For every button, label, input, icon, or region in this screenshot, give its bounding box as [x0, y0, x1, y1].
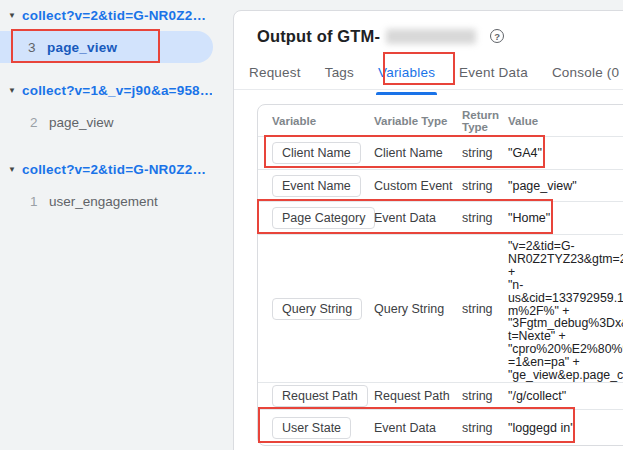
request-sidebar: ▼ collect?v=2&tid=G-NR0Z2… 3 page_view ▼…: [0, 0, 233, 450]
variable-type-cell: Event Data: [374, 211, 462, 225]
value-cell: "loggegd in": [508, 421, 623, 435]
request-url: collect?v=1&_v=j90&a=958…: [22, 83, 212, 98]
variable-type-cell: Custom Event: [374, 179, 462, 193]
tab-console[interactable]: Console (0: [552, 61, 619, 89]
return-type-cell: string: [462, 179, 508, 193]
col-header-value: Value: [508, 115, 623, 127]
card-header: Output of GTM- ?: [257, 25, 504, 47]
table-row-event-name: Event Name Custom Event string "page_vie…: [258, 169, 623, 201]
variable-chip: Query String: [272, 298, 362, 320]
query-string-line: +: [508, 266, 623, 279]
event-name: page_view: [47, 40, 117, 55]
request-url: collect?v=2&tid=G-NR0Z2…: [22, 8, 206, 23]
variable-chip: Client Name: [272, 142, 361, 164]
variable-type-cell: Query String: [374, 302, 462, 316]
tab-variables[interactable]: Variables: [378, 61, 435, 89]
table-header-row: Variable Variable Type Return Type Value: [258, 105, 623, 136]
query-string-line: "ge_view&ep.page_cat: [508, 369, 623, 382]
redacted-container-id: [386, 29, 476, 44]
page-title: Output of GTM-: [257, 27, 380, 46]
value-cell: "page_view": [508, 179, 623, 193]
sidebar-request-link-3[interactable]: ▼ collect?v=2&tid=G-NR0Z2…: [0, 158, 233, 180]
variable-chip: Page Category: [272, 207, 375, 229]
variable-chip: Request Path: [272, 385, 368, 407]
table-row-user-state: User State Event Data string "loggegd in…: [258, 409, 623, 445]
variable-type-cell: Event Data: [374, 421, 462, 435]
event-number: 2: [30, 115, 49, 130]
request-url: collect?v=2&tid=G-NR0Z2…: [22, 162, 206, 177]
sidebar-event-page-view-2[interactable]: 2 page_view: [0, 112, 233, 132]
col-header-variable: Variable: [272, 115, 374, 127]
col-header-variable-type: Variable Type: [374, 115, 462, 127]
return-type-cell: string: [462, 211, 508, 225]
sidebar-event-user-engagement[interactable]: 1 user_engagement: [0, 191, 233, 211]
return-type-cell: string: [462, 302, 508, 316]
sidebar-request-link-2[interactable]: ▼ collect?v=1&_v=j90&a=958…: [0, 79, 233, 101]
value-cell: "GA4": [508, 146, 623, 160]
event-number: 3: [28, 40, 47, 55]
value-cell: "/g/collect": [508, 389, 623, 403]
col-header-return-type: Return Type: [462, 109, 508, 133]
query-string-line: "n-: [508, 279, 623, 292]
tab-event-data[interactable]: Event Data: [459, 61, 528, 89]
event-name: user_engagement: [49, 194, 158, 209]
variable-type-cell: Client Name: [374, 146, 462, 160]
tab-request[interactable]: Request: [249, 61, 301, 89]
return-type-cell: string: [462, 421, 508, 435]
return-type-cell: string: [462, 146, 508, 160]
sidebar-request-link-1[interactable]: ▼ collect?v=2&tid=G-NR0Z2…: [0, 4, 233, 26]
tab-bar: Request Tags Variables Event Data Consol…: [249, 61, 619, 89]
help-icon[interactable]: ?: [490, 29, 504, 43]
table-row-page-category: Page Category Event Data string "Home": [258, 201, 623, 234]
table-row-query-string: Query String Query String string "v=2&ti…: [258, 234, 623, 382]
output-card: Output of GTM- ? Request Tags Variables …: [233, 10, 623, 450]
variables-table: Variable Variable Type Return Type Value…: [257, 104, 623, 446]
query-string-line: NR0Z2TYZ23&gtm=2e: [508, 253, 623, 266]
table-row-client-name: Client Name Client Name string "GA4": [258, 136, 623, 169]
collapse-arrow-icon[interactable]: ▼: [0, 11, 22, 20]
query-string-line: us&cid=133792959.16: [508, 292, 623, 305]
collapse-arrow-icon[interactable]: ▼: [0, 165, 22, 174]
collapse-arrow-icon[interactable]: ▼: [0, 86, 22, 95]
value-cell: "Home": [508, 211, 623, 225]
tab-tags[interactable]: Tags: [325, 61, 354, 89]
event-name: page_view: [49, 115, 114, 130]
sidebar-event-selected[interactable]: 3 page_view: [0, 31, 213, 63]
variable-chip: Event Name: [272, 175, 361, 197]
query-string-line: "v=2&tid=G-: [508, 240, 623, 253]
event-number: 1: [30, 194, 49, 209]
variable-type-cell: Request Path: [374, 389, 462, 403]
return-type-cell: string: [462, 389, 508, 403]
table-row-request-path: Request Path Request Path string "/g/col…: [258, 382, 623, 409]
value-cell: "v=2&tid=G- NR0Z2TYZ23&gtm=2e + "n- us&c…: [508, 235, 623, 382]
tabs-divider: [234, 89, 623, 90]
variable-chip: User State: [272, 417, 351, 439]
